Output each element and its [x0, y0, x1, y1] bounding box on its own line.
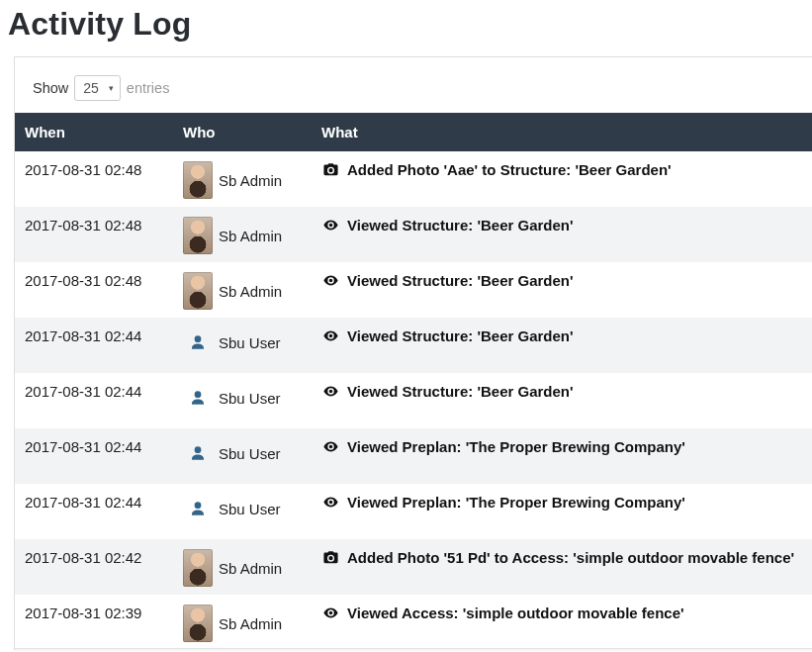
- what-text: Viewed Preplan: 'The Proper Brewing Comp…: [347, 494, 685, 511]
- cell-when: 2017-08-31 02:44: [15, 373, 175, 428]
- eye-icon: [321, 438, 339, 455]
- cell-who: Sb Admin: [175, 539, 314, 595]
- activity-log-table: When Who What 2017-08-31 02:48Sb AdminAd…: [15, 113, 812, 650]
- user-icon: [183, 438, 213, 468]
- cell-what: Added Photo 'Aae' to Structure: 'Beer Ga…: [314, 151, 812, 207]
- col-header-what[interactable]: What: [314, 113, 812, 151]
- user-icon: [183, 383, 213, 413]
- what-text: Viewed Structure: 'Beer Garden': [347, 272, 574, 289]
- eye-icon: [321, 383, 339, 400]
- cell-what: Added Photo '51 Pd' to Access: 'simple o…: [314, 539, 812, 595]
- cell-who: Sbu User: [175, 318, 314, 373]
- cell-what: Viewed Access: 'simple outdoor movable f…: [314, 595, 812, 650]
- who-name: Sb Admin: [219, 228, 282, 244]
- who-name: Sb Admin: [219, 560, 282, 577]
- cell-when: 2017-08-31 02:44: [15, 428, 175, 484]
- who-name: Sbu User: [219, 390, 281, 407]
- cell-who: Sbu User: [175, 373, 314, 428]
- camera-icon: [321, 549, 339, 566]
- user-avatar: [183, 217, 213, 254]
- what-text: Viewed Access: 'simple outdoor movable f…: [347, 605, 684, 621]
- table-row: 2017-08-31 02:44Sbu UserViewed Structure…: [15, 373, 812, 428]
- who-name: Sbu User: [219, 501, 281, 517]
- user-icon: [183, 494, 213, 523]
- cell-when: 2017-08-31 02:44: [15, 318, 175, 373]
- eye-icon: [321, 494, 339, 511]
- cell-what: Viewed Structure: 'Beer Garden': [314, 207, 812, 262]
- who-name: Sbu User: [219, 445, 281, 462]
- cell-who: Sbu User: [175, 484, 314, 539]
- what-text: Viewed Preplan: 'The Proper Brewing Comp…: [347, 438, 685, 455]
- show-label: Show: [33, 80, 68, 96]
- eye-icon: [321, 272, 339, 289]
- who-name: Sbu User: [219, 334, 281, 351]
- table-row: 2017-08-31 02:44Sbu UserViewed Structure…: [15, 318, 812, 373]
- eye-icon: [321, 605, 339, 621]
- who-name: Sb Admin: [219, 283, 282, 300]
- table-length-control: Show 25 ▾ entries: [15, 57, 812, 113]
- what-text: Added Photo '51 Pd' to Access: 'simple o…: [347, 549, 794, 566]
- cell-when: 2017-08-31 02:44: [15, 484, 175, 539]
- page-length-value: 25: [83, 80, 99, 96]
- cell-who: Sb Admin: [175, 207, 314, 262]
- cell-when: 2017-08-31 02:48: [15, 151, 175, 207]
- table-row: 2017-08-31 02:44Sbu UserViewed Preplan: …: [15, 484, 812, 539]
- what-text: Viewed Structure: 'Beer Garden': [347, 327, 574, 344]
- page-length-select[interactable]: 25 ▾: [74, 75, 121, 101]
- user-avatar: [183, 549, 213, 587]
- cell-when: 2017-08-31 02:48: [15, 207, 175, 262]
- activity-log-panel: Show 25 ▾ entries When Who What 2017-08-…: [14, 56, 812, 650]
- who-name: Sb Admin: [219, 172, 282, 189]
- cell-when: 2017-08-31 02:42: [15, 539, 175, 595]
- cell-who: Sb Admin: [175, 151, 314, 207]
- table-row: 2017-08-31 02:48Sb AdminViewed Structure…: [15, 207, 812, 262]
- cell-what: Viewed Preplan: 'The Proper Brewing Comp…: [314, 428, 812, 484]
- col-header-who[interactable]: Who: [175, 113, 314, 151]
- who-name: Sb Admin: [219, 615, 282, 632]
- cell-who: Sbu User: [175, 428, 314, 484]
- chevron-down-icon: ▾: [109, 83, 114, 93]
- cell-what: Viewed Structure: 'Beer Garden': [314, 318, 812, 373]
- cell-who: Sb Admin: [175, 595, 314, 650]
- what-text: Viewed Structure: 'Beer Garden': [347, 217, 574, 233]
- cell-when: 2017-08-31 02:39: [15, 595, 175, 650]
- table-row: 2017-08-31 02:39Sb AdminViewed Access: '…: [15, 595, 812, 650]
- user-avatar: [183, 272, 213, 310]
- cell-what: Viewed Preplan: 'The Proper Brewing Comp…: [314, 484, 812, 539]
- page-title: Activity Log: [0, 0, 812, 56]
- panel-shadow: [15, 648, 812, 650]
- cell-what: Viewed Structure: 'Beer Garden': [314, 373, 812, 428]
- camera-icon: [321, 161, 339, 178]
- eye-icon: [321, 327, 339, 344]
- cell-when: 2017-08-31 02:48: [15, 262, 175, 318]
- what-text: Viewed Structure: 'Beer Garden': [347, 383, 574, 400]
- table-row: 2017-08-31 02:48Sb AdminAdded Photo 'Aae…: [15, 151, 812, 207]
- user-avatar: [183, 605, 213, 642]
- table-row: 2017-08-31 02:42Sb AdminAdded Photo '51 …: [15, 539, 812, 595]
- col-header-when[interactable]: When: [15, 113, 175, 151]
- table-row: 2017-08-31 02:48Sb AdminViewed Structure…: [15, 262, 812, 318]
- eye-icon: [321, 217, 339, 233]
- what-text: Added Photo 'Aae' to Structure: 'Beer Ga…: [347, 161, 672, 178]
- table-row: 2017-08-31 02:44Sbu UserViewed Preplan: …: [15, 428, 812, 484]
- cell-what: Viewed Structure: 'Beer Garden': [314, 262, 812, 318]
- user-icon: [183, 327, 213, 357]
- user-avatar: [183, 161, 213, 199]
- entries-label: entries: [127, 80, 170, 96]
- cell-who: Sb Admin: [175, 262, 314, 318]
